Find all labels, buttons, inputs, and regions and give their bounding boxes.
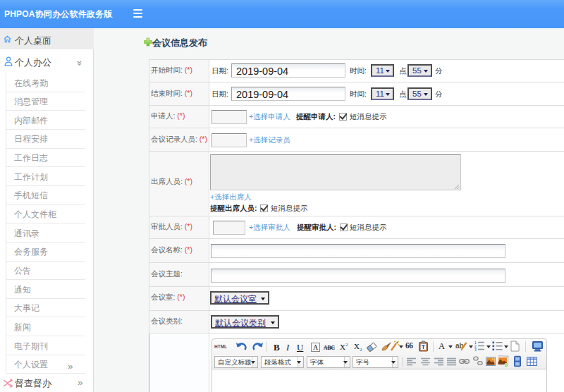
svg-text:3: 3	[474, 348, 477, 351]
